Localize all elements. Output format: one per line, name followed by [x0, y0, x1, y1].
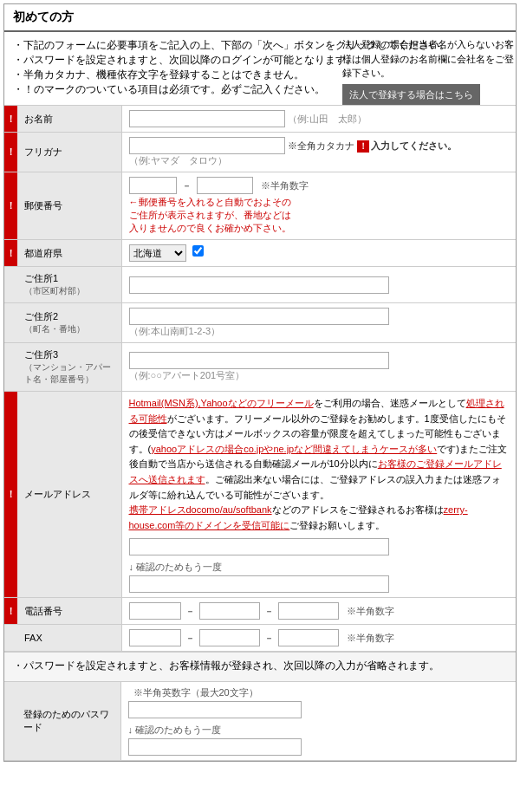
name-required: ！: [4, 106, 17, 133]
furigana-input[interactable]: [129, 137, 285, 154]
address1-row: ご住所1（市区町村部）: [4, 267, 516, 303]
password-confirm-label: ↓ 確認のためもう一度: [128, 724, 510, 737]
password-hint: ※半角英数字（最大20文字）: [133, 687, 258, 698]
furigana-label: フリガナ: [17, 133, 121, 172]
zip-required: ！: [4, 172, 17, 240]
tel-dash-1: －: [185, 606, 195, 616]
prefecture-select[interactable]: 北海道青森県岩手県宮城県秋田県山形県福島県茨城県栃木県群馬県埼玉県千葉県東京都神…: [129, 244, 186, 262]
prefecture-checkbox[interactable]: [192, 245, 204, 257]
email-label: メールアドレス: [17, 392, 121, 598]
address3-input-cell: （例:○○アパート201号室）: [121, 343, 516, 392]
form-table: ！ お名前 （例:山田 太郎） ！ フリガナ ※全角カタカナ ！入力してください…: [4, 105, 516, 652]
furigana-row: ！ フリガナ ※全角カタカナ ！入力してください。 （例:ヤマダ タロウ）: [4, 133, 516, 172]
name-input[interactable]: [129, 110, 285, 127]
footer-note: パスワードを設定されますと、お客様情報が登録され、次回以降の入力が省略されます。: [4, 652, 516, 681]
name-example: （例:山田 太郎）: [288, 114, 367, 124]
footer-list: パスワードを設定されますと、お客様情報が登録され、次回以降の入力が省略されます。: [13, 659, 507, 672]
password-input-cell: ※半角英数字（最大20文字） ↓ 確認のためもう一度: [120, 682, 516, 761]
address3-label: ご住所3（マンション・アパート名・部屋番号）: [17, 343, 121, 392]
tel-input-3[interactable]: [278, 602, 339, 620]
address3-input[interactable]: [129, 352, 389, 369]
address2-required: [4, 303, 17, 343]
prefecture-input-cell: 北海道青森県岩手県宮城県秋田県山形県福島県茨城県栃木県群馬県埼玉県千葉県東京都神…: [121, 240, 516, 267]
address3-row: ご住所3（マンション・アパート名・部屋番号） （例:○○アパート201号室）: [4, 343, 516, 392]
email-confirm-input[interactable]: [129, 575, 389, 593]
password-required: [4, 682, 16, 761]
zip-input-1[interactable]: [129, 177, 177, 194]
address2-input-cell: （例:本山南町1-2-3）: [121, 303, 516, 343]
email-required: ！: [4, 392, 17, 598]
furigana-required: ！: [4, 133, 17, 172]
tel-input-cell: － － ※半角数字: [121, 598, 516, 625]
address2-label: ご住所2（町名・番地）: [17, 303, 121, 343]
fax-hint: ※半角数字: [347, 633, 394, 643]
password-row: 登録のためのパスワード ※半角英数字（最大20文字） ↓ 確認のためもう一度: [4, 682, 516, 761]
tel-label: 電話番号: [17, 598, 121, 625]
password-label: 登録のためのパスワード: [16, 682, 120, 761]
address1-input-cell: [121, 267, 516, 303]
zip-input-cell: － ※半角数字 ←郵便番号を入れると自動でおよそのご住所が表示されますが、番地な…: [121, 172, 516, 240]
password-confirm-input[interactable]: [128, 738, 302, 756]
fax-row: FAX － － ※半角数字: [4, 625, 516, 652]
email-input-cell: Hotmail(MSN系),Yahooなどのフリーメールをご利用の場合、迷惑メー…: [121, 392, 516, 598]
furigana-example: （例:ヤマダ タロウ）: [129, 155, 227, 166]
prefecture-required: ！: [4, 240, 17, 267]
fax-dash-2: －: [264, 633, 274, 643]
page-title: 初めての方: [4, 4, 516, 32]
fax-label: FAX: [17, 625, 121, 652]
notice-box: 法人登録の場合担当者名が入らないお客様は個人登録のお名前欄に会社名をご登録下さい…: [342, 37, 516, 105]
fax-dash-1: －: [185, 633, 195, 643]
prefecture-label: 都道府県: [17, 240, 121, 267]
fax-required: [4, 625, 17, 652]
address2-input[interactable]: [129, 308, 389, 325]
address2-example: （例:本山南町1-2-3）: [129, 326, 221, 336]
address1-input[interactable]: [129, 276, 389, 294]
tel-input-1[interactable]: [129, 602, 181, 620]
furigana-hint: ※全角カタカナ ！入力してください。: [288, 140, 457, 151]
zip-input-2[interactable]: [197, 177, 253, 194]
footer-note-item: パスワードを設定されますと、お客様情報が登録され、次回以降の入力が省略されます。: [13, 659, 507, 672]
name-row: ！ お名前 （例:山田 太郎）: [4, 106, 516, 133]
name-label: お名前: [17, 106, 121, 133]
page-wrapper: 初めての方 下記のフォームに必要事項をご記入の上、下部の「次へ」ボタンをクリック…: [3, 3, 517, 762]
prefecture-row: ！ 都道府県 北海道青森県岩手県宮城県秋田県山形県福島県茨城県栃木県群馬県埼玉県…: [4, 240, 516, 267]
zip-note-red: ←郵便番号を入れると自動でおよそのご住所が表示されますが、番地などは入りませんの…: [129, 196, 510, 235]
zip-label: 郵便番号: [17, 172, 121, 240]
zip-row: ！ 郵便番号 － ※半角数字 ←郵便番号を入れると自動でおよそのご住所が表示され…: [4, 172, 516, 240]
tel-dash-2: －: [264, 606, 274, 616]
fax-input-1[interactable]: [129, 629, 181, 646]
email-confirm-label: ↓ 確認のためもう一度: [129, 561, 510, 574]
address1-label: ご住所1（市区町村部）: [17, 267, 121, 303]
fax-input-2[interactable]: [199, 629, 260, 646]
zip-hint: ※半角数字: [261, 180, 309, 191]
address3-example: （例:○○アパート201号室）: [129, 370, 245, 380]
fax-input-3[interactable]: [278, 629, 339, 646]
address2-row: ご住所2（町名・番地） （例:本山南町1-2-3）: [4, 303, 516, 343]
email-row: ！ メールアドレス Hotmail(MSN系),Yahooなどのフリーメールをご…: [4, 392, 516, 598]
info-icon: ！: [357, 140, 369, 153]
address3-required: [4, 343, 17, 392]
email-input[interactable]: [129, 538, 389, 555]
name-input-cell: （例:山田 太郎）: [121, 106, 516, 133]
notice-text: 法人登録の場合担当者名が入らないお客様は個人登録のお名前欄に会社名をご登録下さい…: [342, 39, 514, 78]
furigana-input-cell: ※全角カタカナ ！入力してください。 （例:ヤマダ タロウ）: [121, 133, 516, 172]
password-input[interactable]: [128, 701, 302, 718]
password-table: 登録のためのパスワード ※半角英数字（最大20文字） ↓ 確認のためもう一度: [4, 681, 516, 761]
tel-row: ！ 電話番号 － － ※半角数字: [4, 598, 516, 625]
address1-required: [4, 267, 17, 303]
corporate-button[interactable]: 法人で登録する場合はこちら: [342, 84, 480, 106]
tel-required: ！: [4, 598, 17, 625]
furigana-bold: 入力してください。: [371, 140, 457, 151]
zip-dash: －: [182, 180, 192, 191]
fax-input-cell: － － ※半角数字: [121, 625, 516, 652]
tel-hint: ※半角数字: [347, 606, 394, 616]
tel-input-2[interactable]: [199, 602, 260, 620]
email-warning: Hotmail(MSN系),Yahooなどのフリーメールをご利用の場合、迷惑メー…: [129, 396, 510, 533]
intro-section: 下記のフォームに必要事項をご記入の上、下部の「次へ」ボタンをクリックしてください…: [4, 32, 516, 105]
